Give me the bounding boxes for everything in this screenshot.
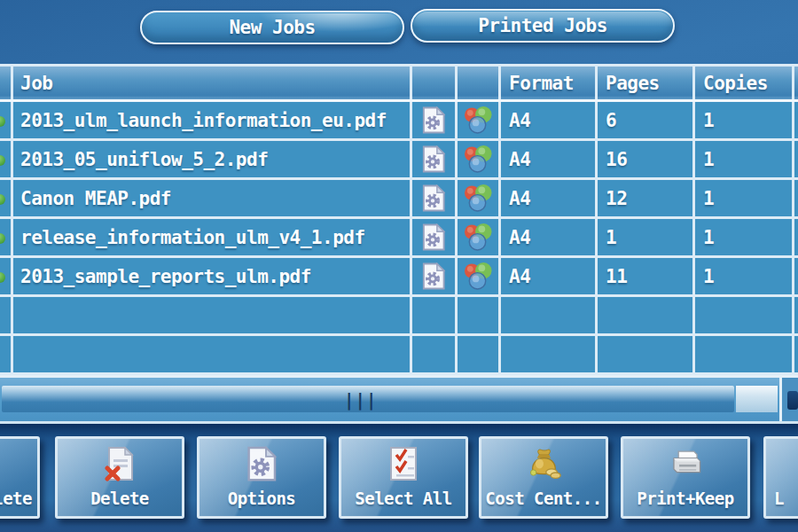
icon-cell	[458, 219, 501, 255]
document-gear-icon	[421, 184, 446, 212]
job-copies: 1	[695, 102, 794, 138]
table-row-empty	[0, 336, 798, 375]
tab-new-jobs-label: New Jobs	[229, 17, 315, 38]
header-icon-col-2	[458, 66, 501, 99]
job-pages: 16	[598, 141, 695, 177]
printer-icon	[668, 446, 703, 481]
job-format: A4	[501, 102, 598, 138]
overflow-cell	[794, 258, 798, 294]
table-row[interactable]: Canon MEAP.pdf A4 12 1	[0, 180, 798, 219]
button-label: Delete	[58, 489, 182, 508]
icon-cell	[412, 219, 458, 255]
scrollbar-thumb[interactable]: |||	[2, 386, 734, 412]
job-pages: 11	[598, 258, 695, 294]
button-label: Cost Cent...	[481, 489, 606, 508]
job-copies: 1	[695, 258, 794, 294]
overflow-cell	[794, 102, 798, 138]
color-circles-icon	[463, 223, 493, 251]
scrollbar-corner	[782, 378, 798, 421]
job-name: 2013_ulm_launch_information_eu.pdf	[13, 102, 412, 138]
table-header-row: Job Format Pages Copies	[0, 66, 798, 102]
job-pages: 6	[598, 102, 695, 138]
header-pages: Pages	[598, 66, 695, 99]
logout-button-clipped[interactable]: L	[763, 436, 798, 519]
header-status-col	[0, 66, 13, 99]
button-label: Select All	[341, 489, 466, 508]
icon-cell	[412, 141, 458, 177]
overflow-cell	[794, 219, 798, 255]
scroll-right-button[interactable]	[787, 391, 798, 410]
color-circles-icon	[463, 262, 493, 290]
job-format: A4	[501, 258, 598, 294]
job-format: A4	[501, 219, 598, 255]
job-pages: 12	[598, 180, 695, 216]
color-circles-icon	[463, 106, 493, 134]
job-copies: 1	[695, 141, 794, 177]
table-row-empty	[0, 297, 798, 336]
color-circles-icon	[463, 184, 493, 212]
document-gear-icon	[421, 145, 446, 173]
overflow-cell	[794, 180, 798, 216]
icon-cell	[412, 102, 458, 138]
toolbar-panel: lete Delete Options Select All Cost Cent…	[0, 424, 798, 532]
table-row[interactable]: 2013_05_uniflow_5_2.pdf A4 16 1	[0, 141, 798, 180]
job-name: 2013_sample_reports_ulm.pdf	[13, 258, 412, 294]
tab-printed-jobs-label: Printed Jobs	[478, 15, 607, 36]
tab-new-jobs[interactable]: New Jobs	[140, 11, 404, 44]
delete-button-clipped[interactable]: lete	[0, 436, 40, 519]
table-row[interactable]: 2013_ulm_launch_information_eu.pdf A4 6 …	[0, 102, 798, 141]
icon-cell	[458, 180, 501, 216]
header-job: Job	[13, 66, 412, 99]
document-gear-icon	[421, 262, 446, 290]
document-gear-icon	[421, 223, 446, 251]
job-name: release_information_ulm_v4_1.pdf	[13, 219, 412, 255]
job-format: A4	[501, 180, 598, 216]
delete-button[interactable]: Delete	[55, 436, 184, 519]
button-label: lete	[0, 489, 37, 508]
job-name: 2013_05_uniflow_5_2.pdf	[13, 141, 412, 177]
icon-cell	[412, 258, 458, 294]
print-keep-button[interactable]: Print+Keep	[621, 436, 750, 519]
icon-cell	[458, 102, 501, 138]
header-overflow-col	[794, 66, 798, 99]
horizontal-scrollbar[interactable]: |||	[0, 375, 798, 424]
job-pages: 1	[598, 219, 695, 255]
overflow-cell	[794, 141, 798, 177]
header-copies: Copies	[695, 66, 794, 99]
cost-center-button[interactable]: Cost Cent...	[479, 436, 608, 519]
color-circles-icon	[463, 145, 493, 173]
document-gear-icon	[421, 106, 446, 134]
table-row[interactable]: 2013_sample_reports_ulm.pdf A4 11 1	[0, 258, 798, 297]
job-name: Canon MEAP.pdf	[13, 180, 412, 216]
options-button[interactable]: Options	[197, 436, 326, 519]
job-copies: 1	[695, 219, 794, 255]
button-label: Options	[200, 489, 324, 508]
document-gear-icon	[244, 446, 279, 481]
job-copies: 1	[695, 180, 794, 216]
job-table: Job Format Pages Copies 2013_ulm_launch_…	[0, 66, 798, 375]
select-all-button[interactable]: Select All	[339, 436, 468, 519]
header-icon-col-1	[412, 66, 458, 99]
job-format: A4	[501, 141, 598, 177]
scrollbar-grip-icon: |||	[344, 390, 377, 410]
money-bag-icon	[526, 446, 561, 481]
icon-cell	[458, 141, 501, 177]
icon-cell	[412, 180, 458, 216]
scrollbar-track[interactable]	[736, 386, 778, 412]
document-delete-icon	[102, 446, 137, 481]
table-row[interactable]: release_information_ulm_v4_1.pdf A4 1 1	[0, 219, 798, 258]
button-label: L	[766, 489, 798, 508]
printer-touchscreen: New Jobs Printed Jobs Job Format Pages C…	[0, 0, 798, 532]
icon-cell	[458, 258, 501, 294]
checklist-icon	[386, 446, 421, 481]
button-label: Print+Keep	[623, 489, 747, 508]
header-format: Format	[501, 66, 598, 99]
tab-printed-jobs[interactable]: Printed Jobs	[411, 9, 675, 43]
